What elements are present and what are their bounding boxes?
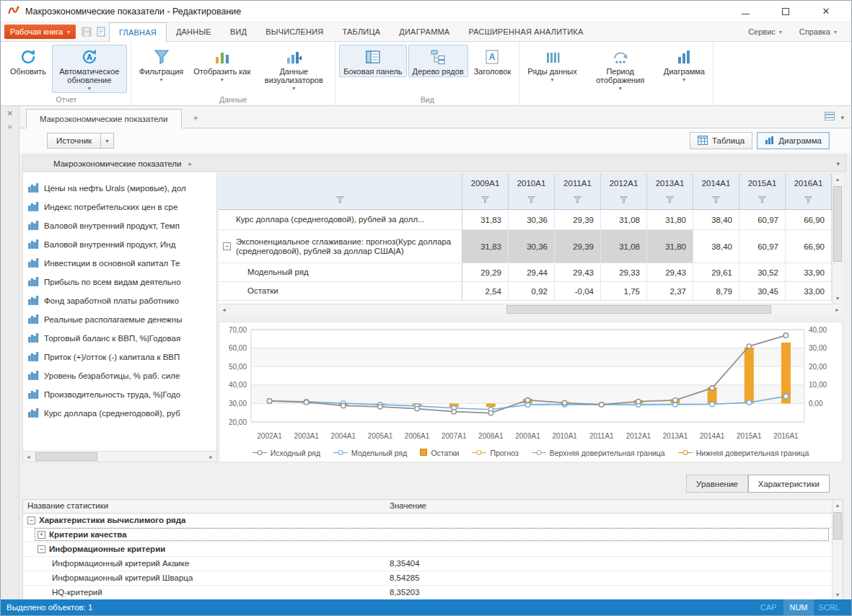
filter-icon[interactable]: [758, 196, 766, 205]
filter-icon[interactable]: [527, 196, 535, 205]
collapse-toggle[interactable]: −: [223, 242, 231, 250]
column-header-2010A1[interactable]: 2010A1: [509, 174, 555, 210]
column-header-2016A1[interactable]: 2016A1: [786, 174, 832, 210]
table-cell[interactable]: 33,90: [786, 263, 832, 282]
chevron-down-icon[interactable]: ▾: [836, 160, 840, 167]
ribbon-button-header[interactable]: AЗаголовок: [470, 45, 516, 77]
table-cell[interactable]: 31,83: [462, 230, 509, 263]
table-cell[interactable]: 29,43: [647, 263, 693, 282]
table-cell[interactable]: 31,83: [462, 210, 509, 230]
source-button[interactable]: Источник ▾: [47, 133, 114, 149]
ribbon-tab-calculations[interactable]: ВЫЧИСЛЕНИЯ: [256, 22, 333, 42]
ribbon-button-auto-refresh[interactable]: AАвтоматическое обновление▾: [52, 45, 127, 93]
table-cell[interactable]: -0,04: [555, 282, 601, 301]
table-cell[interactable]: 60,97: [739, 210, 786, 230]
table-cell[interactable]: 33,00: [786, 282, 832, 301]
tree-item[interactable]: Валовой внутренний продукт, Темп: [23, 216, 216, 235]
filter-icon[interactable]: [336, 196, 344, 205]
scroll-thumb[interactable]: [35, 452, 97, 461]
table-cell[interactable]: 31,08: [601, 230, 647, 263]
scroll-right-icon[interactable]: ►: [832, 304, 843, 314]
document-tab[interactable]: Макроэкономические показатели: [26, 109, 182, 128]
table-cell[interactable]: 29,43: [555, 263, 601, 282]
statistics-row[interactable]: HQ-критерий8,35203: [23, 586, 832, 600]
tree-item[interactable]: Фонд заработной платы работнико: [23, 291, 216, 310]
tree-item[interactable]: Приток (+)/отток (-) капитала к ВВП: [23, 348, 216, 366]
vertical-scrollbar[interactable]: ▲ ▼: [832, 174, 843, 304]
filter-icon[interactable]: [666, 196, 674, 205]
ribbon-button-display-as[interactable]: Отобразить как▾: [189, 45, 255, 84]
table-cell[interactable]: 30,36: [509, 210, 555, 230]
equation-tab[interactable]: Уравнение: [686, 475, 748, 493]
preview-icon[interactable]: [95, 25, 107, 38]
table-view-button[interactable]: Таблица: [690, 132, 752, 149]
filter-icon[interactable]: [620, 196, 628, 205]
close-button[interactable]: ✕: [818, 4, 834, 19]
table-cell[interactable]: 29,61: [693, 263, 739, 282]
row-label-column-header[interactable]: [219, 174, 462, 210]
column-header-2014A1[interactable]: 2014A1: [693, 174, 739, 210]
row-label[interactable]: Модельный ряд: [219, 263, 462, 282]
ribbon-button-chart[interactable]: Диаграмма▾: [659, 45, 709, 84]
scroll-thumb[interactable]: [506, 305, 771, 314]
table-cell[interactable]: 29,29: [462, 263, 509, 282]
table-cell[interactable]: 30,36: [509, 230, 555, 263]
table-cell[interactable]: 66,90: [786, 210, 832, 230]
row-label[interactable]: Остатки: [219, 282, 462, 301]
expand-panel-icon[interactable]: »: [7, 123, 12, 131]
tree-item[interactable]: Производительность труда, %|Годо: [23, 385, 216, 404]
tree-item[interactable]: Реальные располагаемые денежны: [23, 310, 216, 329]
column-header-2015A1[interactable]: 2015A1: [739, 174, 786, 210]
layout-list-icon[interactable]: [825, 112, 835, 123]
tree-item[interactable]: Уровень безработицы, % раб. силе: [23, 366, 216, 385]
table-cell[interactable]: 38,40: [693, 210, 739, 230]
table-cell[interactable]: 30,45: [739, 282, 786, 301]
minimize-button[interactable]: [737, 4, 753, 19]
horizontal-scrollbar[interactable]: ◄ ►: [219, 304, 843, 314]
tree-item[interactable]: Инвестиции в основной капитал Те: [23, 254, 216, 273]
column-header-2012A1[interactable]: 2012A1: [601, 174, 647, 210]
statistics-row[interactable]: −Информационные критерии: [23, 542, 832, 557]
table-cell[interactable]: 60,97: [739, 230, 786, 263]
tree-item[interactable]: Прибыль по всем видам деятельно: [23, 273, 216, 291]
workbook-menu-button[interactable]: Рабочая книга▾: [4, 25, 76, 39]
ribbon-button-data-series[interactable]: Ряды данных▾: [523, 45, 581, 84]
table-cell[interactable]: 29,39: [555, 230, 601, 263]
table-cell[interactable]: 30,52: [739, 263, 786, 282]
filter-icon[interactable]: [481, 196, 489, 205]
statistics-row[interactable]: Информационный критерий Акаике8,35404: [23, 557, 832, 571]
table-cell[interactable]: 38,40: [693, 230, 739, 263]
table-cell[interactable]: 31,08: [601, 210, 647, 230]
statistics-row[interactable]: Информационный критерий Шварца8,54285: [23, 571, 832, 586]
column-header-2011A1[interactable]: 2011A1: [555, 174, 601, 210]
table-cell[interactable]: 1,75: [601, 282, 647, 301]
collapse-toggle[interactable]: −: [38, 545, 45, 553]
ribbon-button-display-period[interactable]: Период отображения▾: [583, 45, 658, 93]
scroll-up-icon[interactable]: ▲: [833, 500, 843, 511]
panel-header[interactable]: Макроэкономические показатели ▸ ▾: [22, 155, 846, 172]
ribbon-button-series-tree[interactable]: Дерево рядов: [408, 45, 468, 77]
collapse-toggle[interactable]: −: [27, 516, 35, 524]
table-cell[interactable]: 31,80: [647, 210, 693, 230]
ribbon-button-visualizer-data[interactable]: Данные визуализаторов▾: [256, 45, 331, 93]
tree-item[interactable]: Курс доллара (среднегодовой), руб: [23, 404, 216, 423]
chevron-down-icon[interactable]: ▾: [840, 114, 844, 121]
row-label[interactable]: −Экспоненциальное сглаживание: прогноз(К…: [219, 230, 462, 263]
ribbon-tab-data[interactable]: ДАННЫЕ: [167, 22, 221, 42]
new-tab-button[interactable]: +: [193, 114, 199, 123]
tree-item[interactable]: Индекс потребительских цен в сре: [23, 198, 216, 216]
table-cell[interactable]: 2,37: [647, 282, 693, 301]
scroll-down-icon[interactable]: ▼: [833, 589, 843, 600]
scroll-thumb[interactable]: [833, 186, 842, 262]
table-cell[interactable]: 8,79: [693, 282, 739, 301]
column-header-2013A1[interactable]: 2013A1: [647, 174, 693, 210]
statistics-row[interactable]: −Характеристики вычислимого ряда: [23, 514, 832, 528]
table-cell[interactable]: 29,44: [509, 263, 555, 282]
scroll-down-icon[interactable]: ▼: [833, 293, 843, 304]
ribbon-tab-advanced-analytics[interactable]: РАСШИРЕННАЯ АНАЛИТИКА: [459, 22, 592, 42]
tree-item[interactable]: Валовой внутренний продукт, Инд: [23, 235, 216, 254]
tree-item[interactable]: Торговый баланс к ВВП, %|Годовая: [23, 329, 216, 348]
table-cell[interactable]: 29,33: [601, 263, 647, 282]
ribbon-tab-home[interactable]: ГЛАВНАЯ: [109, 22, 167, 43]
table-cell[interactable]: 2,54: [462, 282, 509, 301]
